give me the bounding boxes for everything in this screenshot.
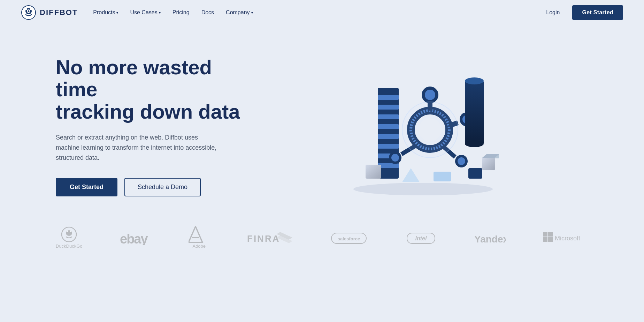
nav-docs[interactable]: Docs bbox=[197, 7, 219, 18]
use-cases-chevron-icon: ▾ bbox=[159, 11, 161, 15]
logo-finra: FINRA bbox=[247, 231, 292, 245]
svg-point-46 bbox=[67, 231, 68, 232]
nav-links: Products ▾ Use Cases ▾ Pricing Docs Comp… bbox=[88, 7, 540, 18]
svg-text:Yandex: Yandex bbox=[474, 234, 506, 245]
svg-rect-9 bbox=[378, 105, 399, 110]
duckduckgo-icon bbox=[61, 226, 77, 242]
schedule-demo-button[interactable]: Schedule a Demo bbox=[124, 178, 201, 196]
logo-yandex: Yandex bbox=[474, 231, 506, 245]
nav-products[interactable]: Products ▾ bbox=[88, 7, 123, 18]
svg-rect-61 bbox=[543, 237, 547, 242]
svg-point-28 bbox=[391, 154, 399, 162]
microsoft-icon: Microsoft bbox=[543, 231, 588, 245]
login-button[interactable]: Login bbox=[540, 7, 565, 18]
nav-company[interactable]: Company ▾ bbox=[221, 7, 258, 18]
svg-rect-60 bbox=[548, 232, 553, 237]
logo-microsoft: Microsoft bbox=[543, 231, 588, 245]
svg-rect-62 bbox=[548, 237, 553, 242]
svg-text:salesforce: salesforce bbox=[338, 236, 360, 241]
svg-point-6 bbox=[353, 183, 493, 195]
svg-rect-33 bbox=[366, 165, 381, 179]
brand-name: DIFFBOT bbox=[40, 8, 78, 17]
svg-point-5 bbox=[30, 9, 32, 10]
svg-point-32 bbox=[465, 140, 484, 147]
navbar: DIFFBOT Products ▾ Use Cases ▾ Pricing D… bbox=[0, 0, 644, 25]
ebay-icon: ebay bbox=[120, 231, 151, 245]
svg-text:FINRA: FINRA bbox=[247, 233, 280, 244]
svg-marker-49 bbox=[189, 226, 202, 242]
logo-link[interactable]: DIFFBOT bbox=[21, 5, 78, 20]
svg-rect-30 bbox=[465, 81, 484, 144]
svg-point-47 bbox=[70, 231, 71, 232]
intel-icon: intel bbox=[405, 230, 437, 246]
svg-text:intel: intel bbox=[415, 235, 427, 241]
svg-rect-13 bbox=[378, 144, 399, 149]
yandex-icon: Yandex bbox=[474, 231, 506, 245]
hero-subtitle: Search or extract anything on the web. D… bbox=[56, 133, 223, 163]
hero-content: No more wasted time tracking down data S… bbox=[56, 56, 251, 197]
nav-pricing[interactable]: Pricing bbox=[168, 7, 194, 18]
logo-intel: intel bbox=[405, 231, 437, 245]
svg-point-31 bbox=[465, 77, 484, 84]
get-started-nav-button[interactable]: Get Started bbox=[572, 5, 623, 20]
hero-buttons: Get Started Schedule a Demo bbox=[56, 178, 251, 196]
svg-text:ebay: ebay bbox=[120, 232, 148, 245]
logo-salesforce: salesforce bbox=[330, 231, 368, 245]
hero-3d-graphic bbox=[332, 53, 507, 200]
navbar-actions: Login Get Started bbox=[540, 5, 623, 20]
company-chevron-icon: ▾ bbox=[251, 11, 253, 15]
hero-title: No more wasted time tracking down data bbox=[56, 56, 251, 123]
svg-rect-12 bbox=[378, 134, 399, 139]
svg-marker-36 bbox=[402, 168, 420, 182]
svg-point-45 bbox=[68, 232, 70, 234]
diffbot-logo-icon bbox=[21, 5, 36, 20]
hero-illustration bbox=[251, 46, 588, 207]
logos-section: DuckDuckGo ebay Adobe FINRA bbox=[0, 220, 644, 263]
hero-section: No more wasted time tracking down data S… bbox=[0, 25, 644, 220]
svg-text:Microsoft: Microsoft bbox=[555, 235, 580, 242]
svg-rect-34 bbox=[434, 172, 451, 181]
logo-ebay: ebay bbox=[120, 231, 151, 245]
svg-rect-10 bbox=[378, 114, 399, 119]
nav-use-cases[interactable]: Use Cases ▾ bbox=[125, 7, 165, 18]
svg-rect-59 bbox=[543, 232, 547, 237]
svg-point-19 bbox=[425, 90, 435, 100]
svg-point-4 bbox=[26, 9, 28, 10]
svg-point-41 bbox=[419, 118, 442, 141]
logo-adobe: Adobe bbox=[189, 227, 209, 249]
get-started-hero-button[interactable]: Get Started bbox=[56, 178, 117, 196]
svg-point-25 bbox=[458, 157, 465, 165]
svg-point-3 bbox=[28, 10, 30, 12]
products-chevron-icon: ▾ bbox=[116, 11, 118, 15]
salesforce-icon: salesforce bbox=[330, 230, 368, 246]
svg-rect-8 bbox=[378, 95, 399, 100]
finra-icon: FINRA bbox=[247, 231, 292, 245]
svg-rect-35 bbox=[468, 168, 482, 179]
svg-rect-37 bbox=[482, 158, 495, 170]
adobe-icon bbox=[189, 226, 209, 243]
svg-rect-11 bbox=[378, 124, 399, 129]
logo-duckduckgo: DuckDuckGo bbox=[56, 227, 83, 249]
